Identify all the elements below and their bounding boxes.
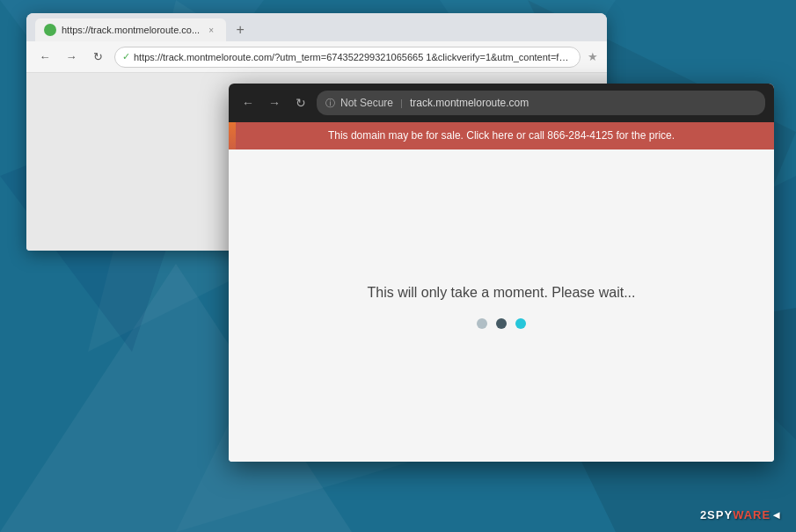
new-tab-button[interactable]: +	[228, 18, 252, 41]
address-bar-back: ← → ↻ ✓ https://track.montmeloroute.com/…	[26, 41, 607, 73]
front-page-body: This will only take a moment. Please wai…	[229, 149, 774, 462]
domain-label: track.montmeloroute.com	[410, 97, 529, 109]
browser-window-front: ← → ↻ ⓘ Not Secure | track.montmeloroute…	[229, 84, 774, 462]
info-icon: ⓘ	[325, 97, 335, 110]
browser-tab[interactable]: https://track.montmeloroute.co... ×	[35, 18, 226, 41]
watermark-spy: SPY	[707, 508, 733, 521]
secure-icon: ✓	[122, 51, 130, 62]
back-button[interactable]: ←	[35, 47, 55, 67]
url-text: https://track.montmeloroute.com/?utm_ter…	[134, 52, 573, 62]
tab-close-button[interactable]: ×	[205, 24, 217, 36]
reload-button[interactable]: ↻	[88, 47, 107, 67]
separator: |	[400, 98, 403, 108]
dot-3	[515, 318, 526, 329]
dot-1	[477, 318, 487, 329]
tab-favicon	[44, 24, 56, 36]
watermark-prefix: 2	[700, 508, 707, 521]
watermark-ware: WARE	[733, 508, 770, 521]
front-forward-button[interactable]: →	[264, 92, 285, 113]
front-nav-bar: ← → ↻ ⓘ Not Secure | track.montmeloroute…	[229, 84, 774, 122]
tab-label: https://track.montmeloroute.co...	[62, 25, 200, 35]
wait-message: This will only take a moment. Please wai…	[367, 285, 635, 301]
forward-button[interactable]: →	[62, 47, 81, 67]
not-secure-label: Not Secure	[340, 97, 393, 109]
sale-banner[interactable]: This domain may be for sale. Click here …	[229, 122, 774, 149]
dot-2	[496, 318, 507, 329]
loading-dots	[477, 318, 526, 329]
watermark: 2SPYWARE◄	[700, 508, 783, 521]
scene: https://track.montmeloroute.co... × + ← …	[0, 0, 796, 532]
tab-bar: https://track.montmeloroute.co... × +	[26, 13, 607, 41]
front-url-bar[interactable]: ⓘ Not Secure | track.montmeloroute.com	[317, 91, 765, 115]
front-reload-button[interactable]: ↻	[290, 92, 311, 113]
url-bar[interactable]: ✓ https://track.montmeloroute.com/?utm_t…	[114, 47, 581, 68]
watermark-suffix: ◄	[770, 508, 783, 521]
front-back-button[interactable]: ←	[237, 92, 259, 113]
bookmark-star-icon[interactable]: ★	[588, 50, 598, 63]
